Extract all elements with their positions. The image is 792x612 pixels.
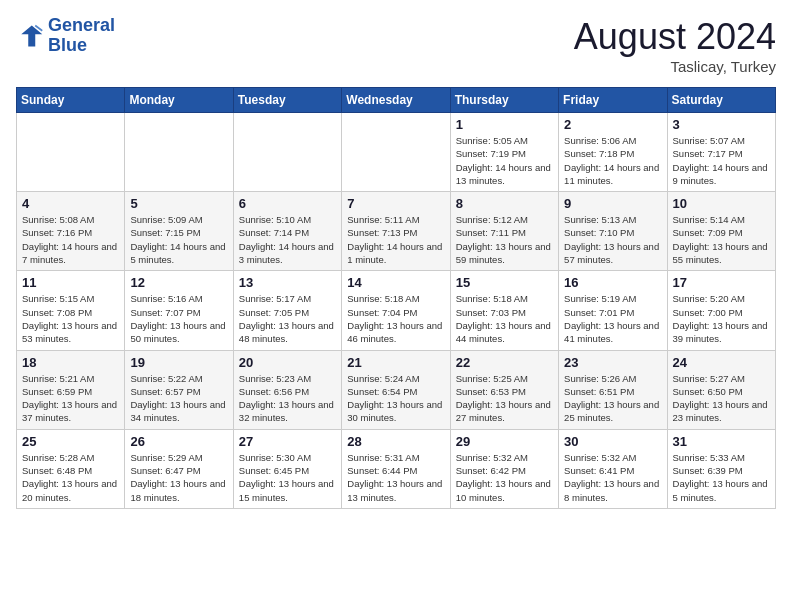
day-number: 22 — [456, 355, 553, 370]
calendar-day-25: 25Sunrise: 5:28 AM Sunset: 6:48 PM Dayli… — [17, 429, 125, 508]
calendar-day-4: 4Sunrise: 5:08 AM Sunset: 7:16 PM Daylig… — [17, 192, 125, 271]
day-info: Sunrise: 5:21 AM Sunset: 6:59 PM Dayligh… — [22, 372, 119, 425]
weekday-header-sunday: Sunday — [17, 88, 125, 113]
day-info: Sunrise: 5:32 AM Sunset: 6:42 PM Dayligh… — [456, 451, 553, 504]
day-number: 2 — [564, 117, 661, 132]
day-number: 13 — [239, 275, 336, 290]
day-number: 29 — [456, 434, 553, 449]
calendar-week-5: 25Sunrise: 5:28 AM Sunset: 6:48 PM Dayli… — [17, 429, 776, 508]
calendar-empty-cell — [233, 113, 341, 192]
day-number: 1 — [456, 117, 553, 132]
day-info: Sunrise: 5:26 AM Sunset: 6:51 PM Dayligh… — [564, 372, 661, 425]
weekday-header-wednesday: Wednesday — [342, 88, 450, 113]
month-year-title: August 2024 — [574, 16, 776, 58]
day-number: 7 — [347, 196, 444, 211]
day-number: 8 — [456, 196, 553, 211]
calendar-week-4: 18Sunrise: 5:21 AM Sunset: 6:59 PM Dayli… — [17, 350, 776, 429]
day-info: Sunrise: 5:32 AM Sunset: 6:41 PM Dayligh… — [564, 451, 661, 504]
calendar-week-1: 1Sunrise: 5:05 AM Sunset: 7:19 PM Daylig… — [17, 113, 776, 192]
calendar-day-12: 12Sunrise: 5:16 AM Sunset: 7:07 PM Dayli… — [125, 271, 233, 350]
page-header: General Blue August 2024 Taslicay, Turke… — [16, 16, 776, 75]
day-info: Sunrise: 5:08 AM Sunset: 7:16 PM Dayligh… — [22, 213, 119, 266]
day-number: 31 — [673, 434, 770, 449]
day-number: 12 — [130, 275, 227, 290]
calendar-day-15: 15Sunrise: 5:18 AM Sunset: 7:03 PM Dayli… — [450, 271, 558, 350]
day-number: 20 — [239, 355, 336, 370]
day-info: Sunrise: 5:22 AM Sunset: 6:57 PM Dayligh… — [130, 372, 227, 425]
calendar-table: SundayMondayTuesdayWednesdayThursdayFrid… — [16, 87, 776, 509]
weekday-header-row: SundayMondayTuesdayWednesdayThursdayFrid… — [17, 88, 776, 113]
day-info: Sunrise: 5:13 AM Sunset: 7:10 PM Dayligh… — [564, 213, 661, 266]
day-info: Sunrise: 5:18 AM Sunset: 7:04 PM Dayligh… — [347, 292, 444, 345]
day-info: Sunrise: 5:27 AM Sunset: 6:50 PM Dayligh… — [673, 372, 770, 425]
day-info: Sunrise: 5:17 AM Sunset: 7:05 PM Dayligh… — [239, 292, 336, 345]
calendar-day-21: 21Sunrise: 5:24 AM Sunset: 6:54 PM Dayli… — [342, 350, 450, 429]
day-info: Sunrise: 5:23 AM Sunset: 6:56 PM Dayligh… — [239, 372, 336, 425]
calendar-day-11: 11Sunrise: 5:15 AM Sunset: 7:08 PM Dayli… — [17, 271, 125, 350]
calendar-day-1: 1Sunrise: 5:05 AM Sunset: 7:19 PM Daylig… — [450, 113, 558, 192]
day-info: Sunrise: 5:20 AM Sunset: 7:00 PM Dayligh… — [673, 292, 770, 345]
day-info: Sunrise: 5:24 AM Sunset: 6:54 PM Dayligh… — [347, 372, 444, 425]
day-info: Sunrise: 5:07 AM Sunset: 7:17 PM Dayligh… — [673, 134, 770, 187]
day-number: 11 — [22, 275, 119, 290]
location-subtitle: Taslicay, Turkey — [574, 58, 776, 75]
day-number: 5 — [130, 196, 227, 211]
day-number: 27 — [239, 434, 336, 449]
calendar-empty-cell — [342, 113, 450, 192]
calendar-week-2: 4Sunrise: 5:08 AM Sunset: 7:16 PM Daylig… — [17, 192, 776, 271]
calendar-day-29: 29Sunrise: 5:32 AM Sunset: 6:42 PM Dayli… — [450, 429, 558, 508]
calendar-day-2: 2Sunrise: 5:06 AM Sunset: 7:18 PM Daylig… — [559, 113, 667, 192]
logo-icon — [16, 22, 44, 50]
day-number: 25 — [22, 434, 119, 449]
day-info: Sunrise: 5:33 AM Sunset: 6:39 PM Dayligh… — [673, 451, 770, 504]
day-info: Sunrise: 5:31 AM Sunset: 6:44 PM Dayligh… — [347, 451, 444, 504]
calendar-week-3: 11Sunrise: 5:15 AM Sunset: 7:08 PM Dayli… — [17, 271, 776, 350]
calendar-day-10: 10Sunrise: 5:14 AM Sunset: 7:09 PM Dayli… — [667, 192, 775, 271]
day-info: Sunrise: 5:10 AM Sunset: 7:14 PM Dayligh… — [239, 213, 336, 266]
calendar-day-16: 16Sunrise: 5:19 AM Sunset: 7:01 PM Dayli… — [559, 271, 667, 350]
calendar-day-14: 14Sunrise: 5:18 AM Sunset: 7:04 PM Dayli… — [342, 271, 450, 350]
calendar-day-22: 22Sunrise: 5:25 AM Sunset: 6:53 PM Dayli… — [450, 350, 558, 429]
day-info: Sunrise: 5:19 AM Sunset: 7:01 PM Dayligh… — [564, 292, 661, 345]
calendar-day-18: 18Sunrise: 5:21 AM Sunset: 6:59 PM Dayli… — [17, 350, 125, 429]
day-info: Sunrise: 5:28 AM Sunset: 6:48 PM Dayligh… — [22, 451, 119, 504]
weekday-header-saturday: Saturday — [667, 88, 775, 113]
day-info: Sunrise: 5:29 AM Sunset: 6:47 PM Dayligh… — [130, 451, 227, 504]
calendar-day-26: 26Sunrise: 5:29 AM Sunset: 6:47 PM Dayli… — [125, 429, 233, 508]
day-info: Sunrise: 5:06 AM Sunset: 7:18 PM Dayligh… — [564, 134, 661, 187]
logo-text: General Blue — [48, 16, 115, 56]
day-number: 3 — [673, 117, 770, 132]
day-info: Sunrise: 5:15 AM Sunset: 7:08 PM Dayligh… — [22, 292, 119, 345]
day-info: Sunrise: 5:05 AM Sunset: 7:19 PM Dayligh… — [456, 134, 553, 187]
calendar-day-17: 17Sunrise: 5:20 AM Sunset: 7:00 PM Dayli… — [667, 271, 775, 350]
day-info: Sunrise: 5:14 AM Sunset: 7:09 PM Dayligh… — [673, 213, 770, 266]
calendar-day-7: 7Sunrise: 5:11 AM Sunset: 7:13 PM Daylig… — [342, 192, 450, 271]
weekday-header-friday: Friday — [559, 88, 667, 113]
calendar-day-9: 9Sunrise: 5:13 AM Sunset: 7:10 PM Daylig… — [559, 192, 667, 271]
day-info: Sunrise: 5:16 AM Sunset: 7:07 PM Dayligh… — [130, 292, 227, 345]
day-number: 24 — [673, 355, 770, 370]
day-info: Sunrise: 5:11 AM Sunset: 7:13 PM Dayligh… — [347, 213, 444, 266]
day-number: 6 — [239, 196, 336, 211]
title-block: August 2024 Taslicay, Turkey — [574, 16, 776, 75]
day-number: 28 — [347, 434, 444, 449]
calendar-day-19: 19Sunrise: 5:22 AM Sunset: 6:57 PM Dayli… — [125, 350, 233, 429]
calendar-day-8: 8Sunrise: 5:12 AM Sunset: 7:11 PM Daylig… — [450, 192, 558, 271]
calendar-day-3: 3Sunrise: 5:07 AM Sunset: 7:17 PM Daylig… — [667, 113, 775, 192]
calendar-empty-cell — [125, 113, 233, 192]
calendar-day-30: 30Sunrise: 5:32 AM Sunset: 6:41 PM Dayli… — [559, 429, 667, 508]
day-number: 26 — [130, 434, 227, 449]
calendar-day-6: 6Sunrise: 5:10 AM Sunset: 7:14 PM Daylig… — [233, 192, 341, 271]
logo: General Blue — [16, 16, 115, 56]
calendar-day-31: 31Sunrise: 5:33 AM Sunset: 6:39 PM Dayli… — [667, 429, 775, 508]
weekday-header-thursday: Thursday — [450, 88, 558, 113]
day-info: Sunrise: 5:18 AM Sunset: 7:03 PM Dayligh… — [456, 292, 553, 345]
day-number: 19 — [130, 355, 227, 370]
day-number: 17 — [673, 275, 770, 290]
day-number: 18 — [22, 355, 119, 370]
day-info: Sunrise: 5:25 AM Sunset: 6:53 PM Dayligh… — [456, 372, 553, 425]
calendar-day-5: 5Sunrise: 5:09 AM Sunset: 7:15 PM Daylig… — [125, 192, 233, 271]
day-number: 15 — [456, 275, 553, 290]
calendar-day-24: 24Sunrise: 5:27 AM Sunset: 6:50 PM Dayli… — [667, 350, 775, 429]
calendar-day-27: 27Sunrise: 5:30 AM Sunset: 6:45 PM Dayli… — [233, 429, 341, 508]
